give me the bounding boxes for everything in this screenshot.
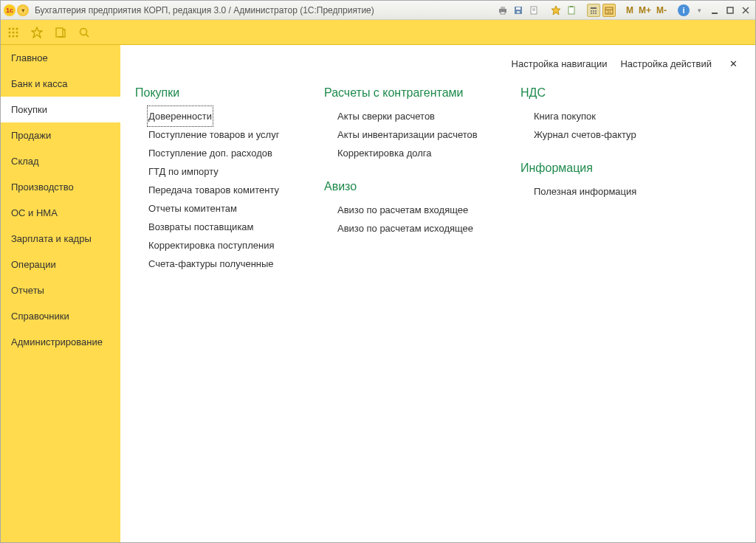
link-invoice-journal[interactable]: Журнал счетов-фактур	[520, 125, 668, 144]
info-icon[interactable]: i	[677, 4, 690, 17]
section-title-purchases[interactable]: Покупки	[135, 86, 298, 100]
svg-point-14	[593, 10, 594, 12]
columns: Покупки Доверенности Поступление товаров…	[135, 82, 740, 286]
svg-point-29	[9, 31, 11, 33]
svg-rect-10	[568, 7, 574, 14]
section-avizo: Авизо Авизо по расчетам входящее Авизо п…	[324, 176, 494, 238]
section-purchases: Покупки Доверенности Поступление товаров…	[135, 82, 298, 273]
link-debt-correction[interactable]: Корректировка долга	[324, 144, 494, 162]
maximize-icon[interactable]	[724, 4, 737, 17]
link-avizo-out[interactable]: Авизо по расчетам исходящее	[324, 219, 494, 238]
sidebar-item-production[interactable]: Производство	[1, 174, 120, 200]
svg-rect-36	[56, 28, 63, 37]
section-title-avizo[interactable]: Авизо	[324, 180, 494, 193]
svg-marker-9	[551, 6, 560, 15]
svg-marker-35	[32, 27, 42, 38]
memory-mminus-button[interactable]: M-	[655, 5, 668, 15]
sidebar-item-purchases[interactable]: Покупки	[1, 97, 120, 122]
content: Покупки Доверенности Поступление товаров…	[120, 82, 755, 542]
search-icon[interactable]	[78, 26, 91, 39]
svg-line-38	[86, 34, 89, 37]
section-title-info[interactable]: Информация	[520, 162, 668, 175]
apps-grid-icon[interactable]	[7, 26, 20, 39]
svg-point-33	[13, 35, 15, 37]
titlebar-left: 1c ▾ Бухгалтерия предприятия КОРП, редак…	[4, 4, 374, 16]
svg-rect-12	[591, 7, 597, 9]
app-logo-icon: 1c	[4, 4, 16, 16]
svg-point-27	[13, 27, 15, 30]
info-dropdown-icon[interactable]: ▾	[693, 4, 706, 17]
panel-close-icon[interactable]: ✕	[725, 57, 742, 71]
svg-rect-2	[501, 12, 505, 14]
favorite-icon[interactable]	[549, 4, 563, 17]
link-purchase-book[interactable]: Книга покупок	[520, 107, 668, 125]
history-icon[interactable]	[54, 26, 67, 39]
svg-point-18	[595, 13, 597, 14]
window-title: Бухгалтерия предприятия КОРП, редакция 3…	[35, 5, 374, 15]
svg-rect-23	[727, 7, 733, 13]
sidebar: Главное Банк и касса Покупки Продажи Скл…	[1, 45, 120, 542]
body: Главное Банк и касса Покупки Продажи Скл…	[1, 45, 755, 542]
sidebar-item-hr[interactable]: Зарплата и кадры	[1, 226, 120, 252]
top-toolbar	[1, 20, 755, 45]
section-title-nds[interactable]: НДС	[520, 86, 668, 100]
favorite-star-icon[interactable]	[30, 26, 44, 39]
svg-text:31: 31	[607, 10, 612, 14]
link-gtd-import[interactable]: ГТД по импорту	[135, 162, 298, 181]
column-purchases: Покупки Доверенности Поступление товаров…	[135, 82, 298, 286]
link-goods-receipt[interactable]: Поступление товаров и услуг	[135, 125, 298, 144]
sidebar-item-sales[interactable]: Продажи	[1, 122, 120, 148]
print-icon[interactable]	[496, 4, 509, 17]
main-top-bar: Настройка навигации Настройка действий ✕	[120, 45, 755, 82]
app-window: 1c ▾ Бухгалтерия предприятия КОРП, редак…	[0, 0, 756, 543]
link-returns-suppliers[interactable]: Возвраты поставщикам	[135, 218, 298, 236]
nav-setup-link[interactable]: Настройка навигации	[512, 58, 608, 69]
link-useful-info[interactable]: Полезная информация	[520, 182, 668, 201]
document-icon[interactable]	[527, 4, 540, 17]
svg-rect-11	[570, 6, 573, 7]
link-receipt-correction[interactable]: Корректировка поступления	[135, 236, 298, 255]
save-icon[interactable]	[512, 4, 525, 17]
svg-point-15	[595, 10, 597, 12]
svg-rect-1	[501, 7, 505, 9]
sidebar-item-warehouse[interactable]: Склад	[1, 148, 120, 174]
column-nds-info: НДС Книга покупок Журнал счетов-фактур И…	[520, 82, 668, 214]
svg-point-32	[9, 35, 11, 37]
sidebar-item-reports[interactable]: Отчеты	[1, 277, 120, 303]
sidebar-item-assets[interactable]: ОС и НМА	[1, 200, 120, 226]
calculator-icon[interactable]	[587, 4, 600, 17]
section-title-settlements[interactable]: Расчеты с контрагентами	[324, 86, 494, 100]
link-transfer-komitent[interactable]: Передача товаров комитенту	[135, 181, 298, 199]
link-reports-komitent[interactable]: Отчеты комитентам	[135, 199, 298, 218]
sidebar-item-admin[interactable]: Администрирование	[1, 329, 120, 355]
svg-point-13	[591, 10, 592, 12]
svg-point-16	[591, 13, 592, 14]
link-reconciliation[interactable]: Акты сверки расчетов	[324, 107, 494, 125]
svg-point-30	[13, 31, 15, 33]
sidebar-item-bank[interactable]: Банк и касса	[1, 71, 120, 97]
memory-mplus-button[interactable]: M+	[637, 5, 653, 15]
link-avizo-in[interactable]: Авизо по расчетам входящее	[324, 201, 494, 219]
titlebar-right: 31 M M+ M- i ▾	[496, 4, 752, 17]
close-icon[interactable]	[739, 4, 752, 17]
memory-m-button[interactable]: M	[625, 5, 635, 15]
link-addl-costs[interactable]: Поступление доп. расходов	[135, 144, 298, 162]
sidebar-item-directories[interactable]: Справочники	[1, 303, 120, 329]
link-invoices-received[interactable]: Счета-фактуры полученные	[135, 255, 298, 273]
svg-point-17	[593, 13, 594, 14]
minimize-icon[interactable]	[708, 4, 721, 17]
sidebar-item-main[interactable]: Главное	[1, 45, 120, 71]
actions-setup-link[interactable]: Настройка действий	[620, 58, 712, 69]
svg-point-34	[16, 35, 18, 37]
clipboard-icon[interactable]	[565, 4, 578, 17]
main: Настройка навигации Настройка действий ✕…	[120, 45, 755, 542]
svg-rect-4	[516, 7, 520, 10]
titlebar: 1c ▾ Бухгалтерия предприятия КОРП, редак…	[1, 1, 755, 20]
link-inventory-settlements[interactable]: Акты инвентаризации расчетов	[324, 125, 494, 144]
link-proxies[interactable]: Доверенности	[148, 107, 212, 125]
svg-rect-5	[517, 11, 520, 13]
calendar-icon[interactable]: 31	[602, 4, 616, 17]
svg-point-31	[16, 31, 18, 33]
titlebar-dropdown-icon[interactable]: ▾	[17, 4, 29, 16]
sidebar-item-operations[interactable]: Операции	[1, 252, 120, 277]
